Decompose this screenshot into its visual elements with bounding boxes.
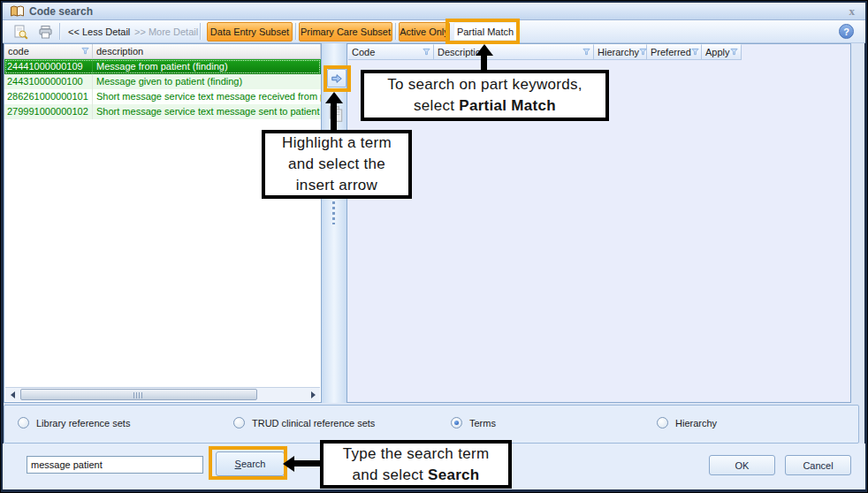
scrollbar-thumb[interactable] xyxy=(20,389,257,400)
partial-match-button[interactable]: Partial Match xyxy=(453,22,517,41)
radio-icon[interactable] xyxy=(657,417,668,429)
column-header-preferred[interactable]: Preferred xyxy=(647,44,702,60)
callout-arrow-line xyxy=(481,54,487,71)
callout-partial-match: To search on part keywords, select Parti… xyxy=(361,70,609,121)
radio-library-reference-sets[interactable]: Library reference sets xyxy=(18,417,130,429)
splitter-grip[interactable] xyxy=(332,201,335,224)
callout-arrow-line xyxy=(293,460,320,466)
filter-icon[interactable] xyxy=(730,47,738,57)
toolbar-separator xyxy=(59,23,60,40)
more-detail-button: >> More Detail xyxy=(131,22,202,41)
filter-icon[interactable] xyxy=(81,46,89,57)
radio-trud-clinical-reference-sets[interactable]: TRUD clinical reference sets xyxy=(233,417,375,429)
horizontal-scrollbar[interactable] xyxy=(5,387,320,401)
insert-arrow-button[interactable] xyxy=(327,69,346,87)
radio-icon[interactable] xyxy=(233,417,245,429)
column-header-code[interactable]: code xyxy=(4,44,93,58)
radio-selected-icon[interactable] xyxy=(451,417,462,429)
code-search-dialog: Code search x << Less Detail >> More Det… xyxy=(0,0,868,493)
table-row[interactable]: 279991000000102 Short message service te… xyxy=(4,104,321,119)
table-row[interactable]: 286261000000101 Short message service te… xyxy=(4,89,321,104)
radio-icon[interactable] xyxy=(18,417,29,429)
scroll-left-arrow[interactable] xyxy=(5,388,19,401)
window-title: Code search xyxy=(29,5,93,18)
table-row[interactable]: 24431000000100 Message given to patient … xyxy=(4,74,321,89)
data-entry-subset-button[interactable]: Data Entry Subset xyxy=(207,22,293,42)
selected-header-row: Code Description Hierarchy Preferred xyxy=(348,44,742,60)
active-only-button[interactable]: Active Only xyxy=(399,22,450,42)
column-header-hierarchy[interactable]: Hierarchy xyxy=(594,44,647,60)
radio-terms[interactable]: Terms xyxy=(451,417,496,429)
cancel-button[interactable]: Cancel xyxy=(785,455,851,475)
scroll-right-arrow[interactable] xyxy=(306,388,320,401)
insert-arrow-icon xyxy=(331,72,343,85)
filter-icon[interactable] xyxy=(639,47,647,57)
help-icon[interactable]: ? xyxy=(839,24,854,39)
title-bar: Code search x xyxy=(3,3,865,20)
search-input[interactable] xyxy=(27,456,203,474)
filter-icon[interactable] xyxy=(423,47,430,57)
toolbar: << Less Detail >> More Detail Data Entry… xyxy=(3,20,865,43)
print-button[interactable] xyxy=(37,24,53,40)
callout-search: Type the search term and select Search xyxy=(320,440,512,489)
primary-care-subset-button[interactable]: Primary Care Subset xyxy=(299,22,392,42)
table-row[interactable]: 24441000000109 Message from patient (fin… xyxy=(4,59,321,74)
book-icon xyxy=(10,4,25,20)
toolbar-separator xyxy=(395,23,396,40)
column-header-apply[interactable]: Apply xyxy=(702,44,742,60)
filter-icon[interactable] xyxy=(582,47,590,57)
reference-set-options: Library reference sets TRUD clinical ref… xyxy=(4,405,859,444)
column-header-description[interactable]: description xyxy=(93,44,321,58)
toolbar-separator xyxy=(200,23,201,40)
ok-button[interactable]: OK xyxy=(709,455,775,475)
results-header-row: code description xyxy=(4,44,321,59)
less-detail-button[interactable]: << Less Detail xyxy=(65,22,133,41)
close-button[interactable]: x xyxy=(849,4,856,19)
radio-hierarchy[interactable]: Hierarchy xyxy=(657,417,717,429)
results-rows: 24441000000109 Message from patient (fin… xyxy=(4,59,321,119)
filter-icon[interactable] xyxy=(691,47,699,57)
search-button[interactable]: Search xyxy=(216,451,285,476)
callout-insert-arrow: Highlight a term and select the insert a… xyxy=(262,130,412,199)
callout-arrow-line xyxy=(331,102,337,131)
search-results-panel: code description 24441000000109 Message … xyxy=(4,43,322,403)
print-preview-button[interactable] xyxy=(12,24,28,40)
column-header-code[interactable]: Code xyxy=(348,44,434,60)
toolbar-separator xyxy=(295,23,296,40)
column-header-description[interactable]: Description xyxy=(434,44,594,60)
